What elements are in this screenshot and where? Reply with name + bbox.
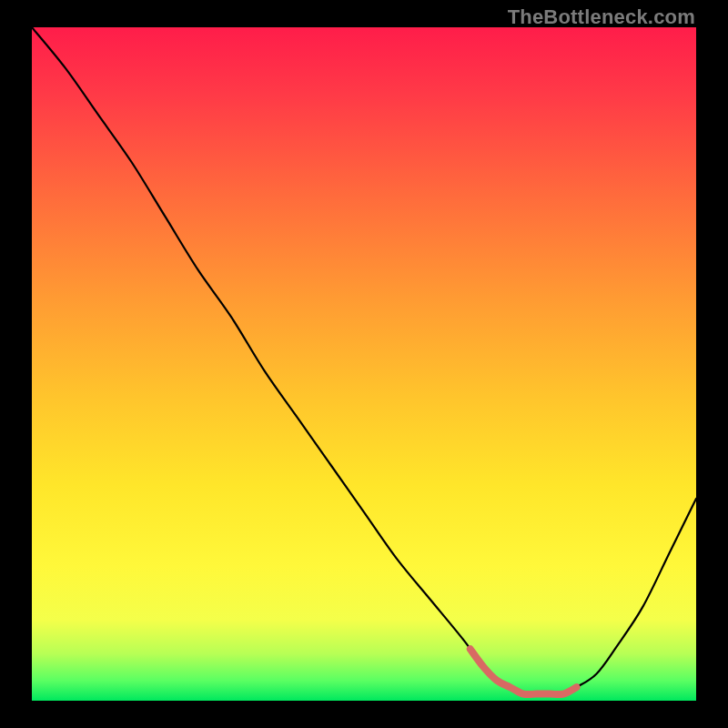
plot-area: [32, 27, 696, 701]
chart-frame: TheBottleneck.com: [0, 0, 728, 728]
watermark-text: TheBottleneck.com: [508, 5, 695, 29]
curve-overlay: [32, 27, 696, 701]
bottleneck-curve: [32, 27, 696, 694]
highlight-segment: [470, 649, 577, 694]
